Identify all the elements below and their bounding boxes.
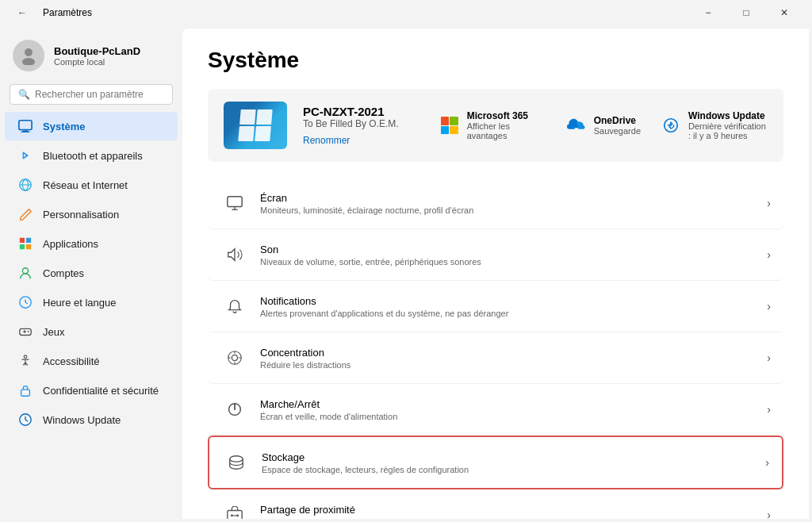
nav-label-jeux: Jeux bbox=[43, 326, 64, 338]
service-icon-ms365 bbox=[439, 114, 461, 136]
settings-icon-concentration bbox=[220, 344, 249, 372]
sidebar-item-accessibilite[interactable]: Accessibilité bbox=[5, 347, 178, 375]
svg-rect-10 bbox=[26, 244, 31, 249]
sidebar-item-heure[interactable]: Heure et langue bbox=[5, 288, 178, 317]
settings-name-marche_arret: Marche/Arrêt bbox=[260, 398, 760, 410]
nav-icon-jeux bbox=[17, 324, 33, 340]
settings-desc-partage: Détectabilité, emplacement des fichiers … bbox=[260, 517, 760, 520]
rename-link[interactable]: Renommer bbox=[303, 135, 350, 146]
svg-point-19 bbox=[24, 355, 27, 359]
settings-item-son[interactable]: Son Niveaux de volume, sortie, entrée, p… bbox=[208, 229, 783, 281]
system-card: PC-NZXT-2021 To Be Filled By O.E.M. Reno… bbox=[208, 89, 783, 162]
svg-rect-9 bbox=[20, 244, 25, 249]
settings-text-son: Son Niveaux de volume, sortie, entrée, p… bbox=[260, 244, 760, 267]
service-ms365[interactable]: Microsoft 365 Afficher les avantages bbox=[439, 110, 546, 140]
nav-label-personnalisation: Personnalisation bbox=[43, 209, 119, 221]
close-button[interactable]: ✕ bbox=[766, 0, 802, 25]
sidebar-item-applications[interactable]: Applications bbox=[5, 229, 178, 258]
settings-name-notifications: Notifications bbox=[260, 295, 760, 307]
sidebar-item-confidentialite[interactable]: Confidentialité et sécurité bbox=[5, 376, 178, 405]
settings-item-ecran[interactable]: Écran Moniteurs, luminosité, éclairage n… bbox=[208, 178, 783, 229]
sidebar-item-windows_update[interactable]: Windows Update bbox=[5, 405, 178, 434]
settings-icon-notifications bbox=[220, 292, 249, 320]
nav-icon-systeme bbox=[17, 118, 33, 134]
svg-point-11 bbox=[22, 268, 28, 274]
settings-desc-ecran: Moniteurs, luminosité, éclairage nocturn… bbox=[260, 205, 760, 215]
settings-desc-notifications: Alertes provenant d'applications et du s… bbox=[260, 309, 760, 318]
nav-label-comptes: Comptes bbox=[43, 267, 84, 279]
settings-desc-concentration: Réduire les distractions bbox=[260, 360, 760, 370]
svg-point-35 bbox=[230, 456, 243, 462]
settings-item-marche_arret[interactable]: Marche/Arrêt Écran et veille, mode d'ali… bbox=[208, 384, 783, 436]
nav-label-systeme: Système bbox=[43, 121, 85, 132]
minimize-button[interactable]: − bbox=[690, 0, 726, 25]
settings-item-stockage[interactable]: Stockage Espace de stockage, lecteurs, r… bbox=[208, 436, 783, 489]
search-input[interactable] bbox=[35, 89, 164, 100]
nav-label-bluetooth: Bluetooth et appareils bbox=[43, 150, 143, 162]
settings-desc-son: Niveaux de volume, sortie, entrée, périp… bbox=[260, 257, 760, 267]
settings-text-ecran: Écran Moniteurs, luminosité, éclairage n… bbox=[260, 192, 760, 215]
service-onedrive[interactable]: OneDrive Sauvegarde bbox=[565, 110, 641, 140]
nav-icon-personnalisation bbox=[17, 206, 33, 222]
svg-rect-23 bbox=[228, 197, 242, 207]
system-info: PC-NZXT-2021 To Be Filled By O.E.M. Reno… bbox=[303, 105, 423, 147]
nav-icon-applications bbox=[17, 236, 33, 251]
svg-point-18 bbox=[28, 331, 29, 332]
titlebar-controls: − □ ✕ bbox=[690, 0, 802, 25]
settings-icon-partage bbox=[220, 501, 249, 519]
page-title: Système bbox=[208, 48, 783, 73]
service-desc-winupdate: Dernière vérification : il y a 9 heures bbox=[688, 121, 768, 140]
settings-desc-stockage: Espace de stockage, lecteurs, règles de … bbox=[262, 465, 759, 474]
service-desc-onedrive: Sauvegarde bbox=[594, 126, 641, 136]
service-desc-ms365: Afficher les avantages bbox=[467, 121, 546, 140]
svg-marker-26 bbox=[228, 249, 235, 261]
service-info-ms365: Microsoft 365 Afficher les avantages bbox=[467, 110, 546, 140]
svg-rect-8 bbox=[26, 238, 31, 243]
settings-name-partage: Partage de proximité bbox=[260, 504, 760, 516]
system-name: PC-NZXT-2021 bbox=[303, 105, 423, 118]
main-content: Système PC-NZXT-2021 To Be Filled By O.E… bbox=[182, 29, 809, 519]
titlebar-left: ← Paramètres bbox=[10, 0, 92, 25]
nav-icon-bluetooth bbox=[17, 148, 33, 163]
settings-item-partage[interactable]: Partage de proximité Détectabilité, empl… bbox=[208, 489, 783, 519]
sidebar-item-comptes[interactable]: Comptes bbox=[5, 259, 178, 287]
settings-icon-marche_arret bbox=[220, 395, 249, 424]
settings-text-stockage: Stockage Espace de stockage, lecteurs, r… bbox=[262, 451, 759, 474]
nav-icon-accessibilite bbox=[17, 353, 33, 369]
sidebar-item-bluetooth[interactable]: Bluetooth et appareils bbox=[5, 141, 178, 170]
search-icon: 🔍 bbox=[18, 89, 30, 100]
app-body: Boutique-PcLanD Compte local 🔍 Système B… bbox=[0, 25, 812, 522]
user-profile[interactable]: Boutique-PcLanD Compte local bbox=[0, 32, 182, 84]
svg-rect-2 bbox=[19, 121, 32, 130]
settings-list: Écran Moniteurs, luminosité, éclairage n… bbox=[208, 178, 783, 519]
sidebar-item-personnalisation[interactable]: Personnalisation bbox=[5, 200, 178, 228]
nav-items-container: Système Bluetooth et appareils Réseau et… bbox=[0, 111, 182, 435]
system-oem: To Be Filled By O.E.M. bbox=[303, 118, 423, 129]
service-winupdate[interactable]: Windows Update Dernière vérification : i… bbox=[660, 110, 768, 140]
nav-icon-confidentialite bbox=[17, 382, 33, 398]
svg-rect-20 bbox=[21, 390, 30, 396]
nav-icon-comptes bbox=[17, 265, 33, 281]
settings-arrow-stockage: › bbox=[765, 456, 769, 469]
maximize-button[interactable]: □ bbox=[728, 0, 764, 25]
sidebar-item-jeux[interactable]: Jeux bbox=[5, 317, 178, 346]
nav-icon-heure bbox=[17, 294, 33, 310]
search-box[interactable]: 🔍 bbox=[10, 84, 173, 105]
svg-rect-7 bbox=[20, 238, 25, 243]
titlebar: ← Paramètres − □ ✕ bbox=[0, 0, 812, 25]
sidebar-item-systeme[interactable]: Système bbox=[5, 112, 178, 140]
settings-text-concentration: Concentration Réduire les distractions bbox=[260, 347, 760, 370]
svg-line-14 bbox=[25, 302, 28, 304]
settings-arrow-son: › bbox=[767, 248, 771, 261]
settings-item-concentration[interactable]: Concentration Réduire les distractions › bbox=[208, 332, 783, 384]
settings-arrow-marche_arret: › bbox=[767, 403, 771, 416]
settings-arrow-notifications: › bbox=[767, 300, 771, 313]
svg-point-0 bbox=[25, 48, 33, 56]
sidebar-item-reseau[interactable]: Réseau et Internet bbox=[5, 171, 178, 199]
user-info: Boutique-PcLanD Compte local bbox=[54, 45, 140, 67]
sidebar: Boutique-PcLanD Compte local 🔍 Système B… bbox=[0, 25, 182, 522]
avatar bbox=[13, 40, 44, 71]
back-button[interactable]: ← bbox=[10, 0, 35, 25]
settings-item-notifications[interactable]: Notifications Alertes provenant d'applic… bbox=[208, 281, 783, 332]
titlebar-title: Paramètres bbox=[43, 7, 92, 18]
